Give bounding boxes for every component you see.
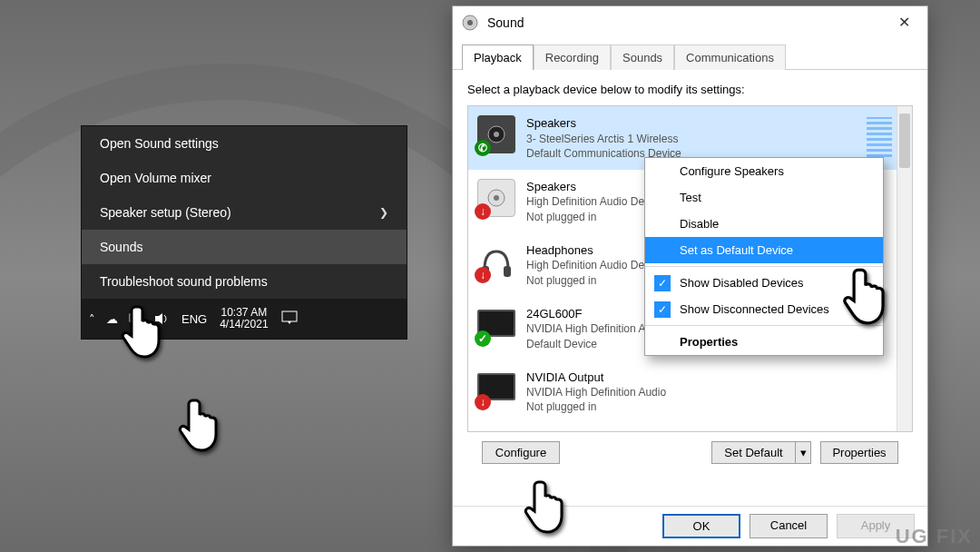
chevron-right-icon: ❯: [379, 206, 388, 219]
scrollbar-thumb[interactable]: [899, 113, 910, 168]
default-badge-icon: ✓: [475, 330, 491, 347]
speaker-icon: ↓: [477, 179, 515, 217]
label: Speaker setup (Stereo): [100, 205, 231, 220]
svg-point-8: [494, 132, 499, 137]
unplugged-badge-icon: ↓: [475, 394, 491, 410]
cancel-button[interactable]: Cancel: [750, 514, 828, 538]
svg-point-10: [494, 195, 499, 201]
svg-marker-2: [155, 313, 162, 324]
menu-item-speaker-setup[interactable]: Speaker setup (Stereo)❯: [82, 195, 407, 230]
device-sub2: Not plugged in: [526, 273, 663, 288]
set-default-split-button[interactable]: Set Default ▾: [711, 441, 811, 464]
configure-button[interactable]: Configure: [482, 441, 560, 464]
speaker-icon: [462, 15, 478, 31]
tab-communications[interactable]: Communications: [674, 44, 786, 70]
network-icon[interactable]: [129, 312, 143, 325]
ctx-show-disconnected[interactable]: Show Disconnected Devices: [645, 296, 883, 322]
label: Sounds: [100, 240, 142, 254]
headphones-icon: ↓: [477, 242, 515, 281]
volume-context-menu: Open Sound settings Open Volume mixer Sp…: [81, 125, 407, 340]
device-sub1: High Definition Audio Device: [526, 258, 663, 272]
clock[interactable]: 10:37 AM 4/14/2021: [220, 307, 268, 330]
ctx-set-default[interactable]: Set as Default Device: [645, 237, 883, 263]
set-default-button[interactable]: Set Default: [711, 441, 795, 464]
titlebar: Sound ✕: [453, 6, 927, 38]
watermark-text: UG FIX: [896, 525, 973, 548]
svg-rect-0: [130, 314, 141, 321]
menu-item-open-sound-settings[interactable]: Open Sound settings: [82, 126, 407, 161]
ctx-show-disabled[interactable]: Show Disabled Devices: [645, 270, 883, 296]
separator: [645, 266, 883, 267]
svg-rect-12: [504, 266, 511, 277]
speaker-icon: ✆: [477, 115, 515, 153]
unplugged-badge-icon: ↓: [475, 203, 491, 220]
tab-sounds[interactable]: Sounds: [611, 44, 674, 70]
ctx-properties[interactable]: Properties: [645, 329, 883, 355]
onedrive-icon[interactable]: ☁: [106, 312, 118, 326]
tray-chevron-up-icon[interactable]: ˄: [89, 312, 95, 326]
prompt-text: Select a playback device below to modify…: [467, 83, 913, 96]
label: Open Sound settings: [100, 136, 219, 151]
ctx-disable[interactable]: Disable: [645, 211, 883, 237]
ctx-test[interactable]: Test: [645, 184, 883, 211]
menu-item-sounds[interactable]: Sounds: [82, 230, 407, 264]
svg-rect-3: [282, 311, 297, 321]
monitor-icon: ✓: [477, 306, 515, 344]
volume-icon[interactable]: [154, 312, 171, 325]
menu-item-troubleshoot[interactable]: Troubleshoot sound problems: [82, 264, 407, 299]
device-context-menu: Configure Speakers Test Disable Set as D…: [644, 157, 884, 356]
level-meter: [867, 117, 892, 157]
set-default-dropdown[interactable]: ▾: [795, 441, 811, 464]
device-item-nvidia-output[interactable]: ↓ NVIDIA OutputNVIDIA High Definition Au…: [468, 360, 912, 424]
dialog-action-row: Configure Set Default ▾ Properties: [467, 432, 913, 473]
device-sub1: 3- SteelSeries Arctis 1 Wireless: [526, 132, 681, 146]
svg-marker-4: [288, 321, 291, 324]
ok-button[interactable]: OK: [662, 514, 740, 538]
ctx-configure-speakers[interactable]: Configure Speakers: [645, 158, 883, 184]
window-title: Sound: [487, 15, 880, 30]
unplugged-badge-icon: ↓: [475, 267, 491, 283]
svg-point-6: [467, 20, 473, 25]
device-name: Headphones: [526, 242, 663, 259]
system-tray: ˄ ☁ ENG 10:37 AM 4/14/2021: [82, 299, 407, 339]
device-sub1: High Definition Audio Device: [526, 194, 663, 209]
scrollbar[interactable]: [897, 106, 912, 431]
tab-recording[interactable]: Recording: [534, 44, 611, 70]
device-sub2: Not plugged in: [526, 399, 666, 414]
tab-playback[interactable]: Playback: [462, 44, 534, 70]
menu-item-open-volume-mixer[interactable]: Open Volume mixer: [82, 161, 407, 195]
close-button[interactable]: ✕: [889, 14, 918, 31]
device-name: Speakers: [526, 179, 663, 195]
device-name: NVIDIA Output: [526, 370, 666, 386]
monitor-icon: ↓: [477, 370, 515, 408]
properties-button[interactable]: Properties: [820, 441, 898, 464]
date-text: 4/14/2021: [220, 319, 268, 330]
dialog-buttons: OK Cancel Apply: [453, 506, 927, 546]
language-indicator[interactable]: ENG: [181, 312, 207, 326]
separator: [645, 325, 883, 326]
label: Open Volume mixer: [100, 171, 211, 185]
tab-bar: Playback Recording Sounds Communications: [453, 44, 927, 70]
device-name: Speakers: [526, 115, 681, 132]
svg-rect-1: [132, 322, 138, 324]
label: Troubleshoot sound problems: [100, 274, 268, 289]
device-sub2: Not plugged in: [526, 210, 663, 224]
device-sub1: NVIDIA High Definition Audio: [526, 385, 666, 399]
action-center-icon[interactable]: [281, 310, 298, 328]
phone-badge-icon: ✆: [475, 140, 491, 156]
